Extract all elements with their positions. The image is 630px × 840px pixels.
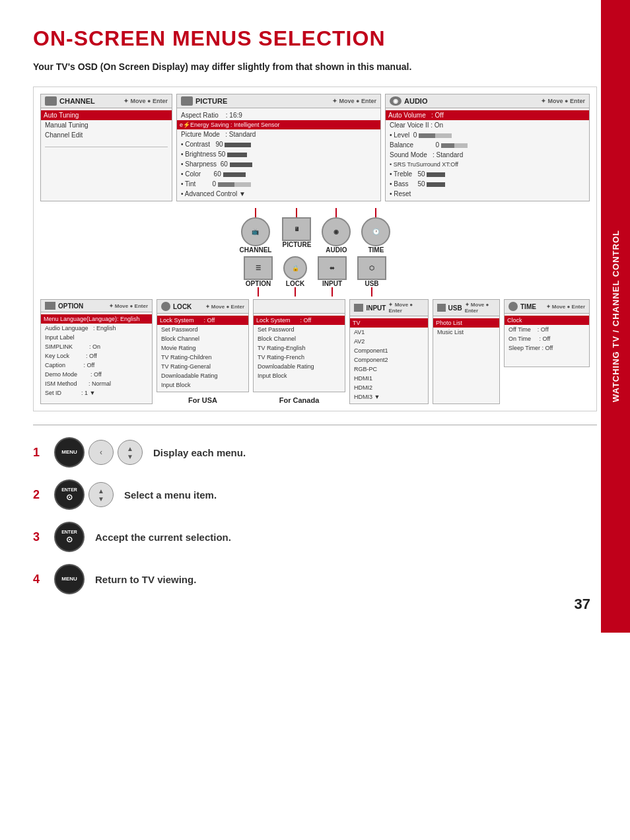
audio-item-autovol: Auto Volume : Off <box>386 110 589 120</box>
option-item-setid: Set ID : 1 ▼ <box>45 388 148 398</box>
lock-canada-items: Lock System : Off Set Password Block Cha… <box>254 314 345 382</box>
lock-usa-item-pw: Set Password <box>161 325 244 334</box>
connector-line-4 <box>375 208 376 217</box>
audio-item-treble: • Treble 50 <box>390 169 585 179</box>
lock-canada-item-input: Input Block <box>258 371 341 380</box>
lock-canada-menu-box: Lock System : Off Set Password Block Cha… <box>253 299 345 392</box>
step-4-text: Return to TV viewing. <box>95 574 196 585</box>
input-item-av1: AV1 <box>354 328 424 337</box>
usb-items: Photo List Music List <box>433 316 499 359</box>
picture-menu-header: PICTURE ✦ Move ● Enter <box>177 94 380 108</box>
instruction-item-4: 4 MENU Return to TV viewing. <box>33 564 597 594</box>
option-menu-box: OPTION ✦ Move ● Enter Menu Language(Lang… <box>40 299 153 404</box>
usb-icon <box>437 304 446 312</box>
time-icon-btn: 🕐 <box>361 217 390 246</box>
connector-line-3 <box>335 208 337 217</box>
audio-item-reset: • Reset <box>390 189 585 199</box>
middle-section: 📺 CHANNEL 🖥 PICTURE ◉ AUDIO 🕐 TIME <box>40 208 590 254</box>
top-menu-row: CHANNEL ✦ Move ● Enter Auto Tuning Manua… <box>40 94 590 201</box>
menu-btn-4[interactable]: MENU <box>54 564 85 594</box>
picture-nav: ✦ Move ● Enter <box>332 98 376 104</box>
option-item-audiolang: Audio Language : English <box>45 324 148 333</box>
diagram-area: CHANNEL ✦ Move ● Enter Auto Tuning Manua… <box>33 87 597 411</box>
audio-item-srs: • SRS TruSurround XT:Off <box>390 160 585 169</box>
usb-menu-header: USB ✦ Move ● Enter <box>433 300 499 316</box>
menu-btn-1[interactable]: MENU <box>54 437 85 468</box>
input-item-hdmi2: HDMI2 <box>354 383 424 392</box>
nav-arrows-1[interactable]: ▲ ▼ <box>118 440 143 465</box>
step-1-buttons: MENU ‹ ▲ ▼ <box>54 437 143 468</box>
time-item-ontime: On Time : Off <box>508 334 585 343</box>
time-item-sleep: Sleep Timer : Off <box>508 343 585 353</box>
lock-icon-btn: 🔒 <box>283 256 307 280</box>
connector-down-4 <box>371 287 372 297</box>
lock-usa-item-movie: Movie Rating <box>161 343 244 353</box>
channel-icon-btn: 📺 <box>241 217 270 246</box>
step-1-text: Display each menu. <box>153 447 246 458</box>
option-title: OPTION <box>58 302 83 310</box>
time-items: Clock Off Time : Off On Time : Off Sleep… <box>505 314 589 367</box>
region-labels: For USA For Canada <box>157 396 345 404</box>
enter-btn-3[interactable]: ENTER ⊙ <box>54 522 85 552</box>
input-item-rgbpc: RGB-PC <box>354 365 424 374</box>
channel-title: CHANNEL <box>59 97 95 105</box>
lock-canada-item-dl: Downloadable Rating <box>258 362 341 371</box>
sidebar-label: WATCHING TV / CHANNEL CONTROL <box>611 230 621 402</box>
option-item-demomode: Demo Mode : Off <box>45 370 148 379</box>
option-item-keylock: Key Lock : Off <box>45 351 148 361</box>
option-icon <box>45 302 55 310</box>
channel-item-edit: Channel Edit <box>45 130 168 140</box>
connector-down-1 <box>258 287 259 297</box>
lock-canada-item-system: Lock System : Off <box>254 316 345 325</box>
audio-menu-header: ◉ AUDIO ✦ Move ● Enter <box>386 94 589 108</box>
usa-label: For USA <box>157 396 249 404</box>
picture-icon-label: PICTURE <box>282 241 311 248</box>
arrow-up-icon: ▲ <box>127 445 133 452</box>
connector-down-3 <box>332 287 333 297</box>
second-icon-row: ☰ OPTION 🔒 LOCK ⬌ INPUT ⬡ USB <box>40 256 590 297</box>
nav-arrows-2[interactable]: ▲ ▼ <box>88 482 114 507</box>
time-item-clock: Clock <box>505 316 589 325</box>
lock-canada-item-tvenglish: TV Rating-English <box>258 343 341 353</box>
time-menu-box: TIME ✦ Move ● Enter Clock Off Time : Off… <box>504 299 590 367</box>
option-item-inputlabel: Input Label <box>45 333 148 342</box>
time-item-offtime: Off Time : Off <box>508 325 585 334</box>
channel-icon-label: CHANNEL <box>240 246 272 254</box>
connector-line-1 <box>255 208 256 217</box>
picture-item-mode: Picture Mode : Standard <box>181 129 376 139</box>
channel-items: Auto Tuning Manual Tuning Channel Edit <box>41 108 172 174</box>
picture-title: PICTURE <box>195 97 227 105</box>
lock-usa-item-system: Lock System : Off <box>157 316 248 325</box>
lock-canada-item-pw: Set Password <box>258 325 341 334</box>
lock-usa-item-input: Input Block <box>161 380 244 390</box>
audio-nav: ✦ Move ● Enter <box>541 98 585 104</box>
audio-menu-box: ◉ AUDIO ✦ Move ● Enter Auto Volume : Off… <box>385 94 590 201</box>
step-3-buttons: ENTER ⊙ <box>54 522 85 552</box>
step-2-number: 2 <box>33 488 44 502</box>
picture-icon-btn: 🖥 <box>282 217 311 241</box>
input-item-hdmi1: HDMI1 <box>354 374 424 383</box>
picture-items: Aspect Ratio : 16:9 e⚡Energy Saving : In… <box>177 108 380 201</box>
usb-icon-btn: ⬡ <box>357 256 386 280</box>
input-icon-btn: ⬌ <box>318 256 347 280</box>
enter-btn-2[interactable]: ENTER ⊙ <box>54 479 85 510</box>
time-icon-col: 🕐 TIME <box>361 208 390 254</box>
time-nav: ✦ Move ● Enter <box>546 304 585 310</box>
picture-icon-col: 🖥 PICTURE <box>282 208 311 248</box>
arrow-down-icon: ▼ <box>127 453 133 460</box>
picture-item-brightness: • Brightness 50 <box>181 149 376 159</box>
option-menu-header: OPTION ✦ Move ● Enter <box>41 300 152 312</box>
audio-item-soundmode: Sound Mode : Standard <box>390 150 585 160</box>
lock-usa-icon <box>161 302 170 311</box>
input-nav: ✦ Move ● Enter <box>388 302 424 314</box>
usb-title: USB <box>448 304 462 312</box>
step-4-number: 4 <box>33 573 44 586</box>
audio-icon-label: AUDIO <box>326 246 347 254</box>
picture-item-aspect: Aspect Ratio : 16:9 <box>181 110 376 120</box>
usb-icon-label: USB <box>365 280 378 287</box>
enter-circle-icon-2: ⊙ <box>66 493 73 502</box>
usb-spacer5 <box>437 353 495 357</box>
chevron-left-icon: ‹ <box>100 448 102 457</box>
lock-icon-label: LOCK <box>286 280 304 287</box>
nav-btn-1[interactable]: ‹ <box>88 440 114 465</box>
